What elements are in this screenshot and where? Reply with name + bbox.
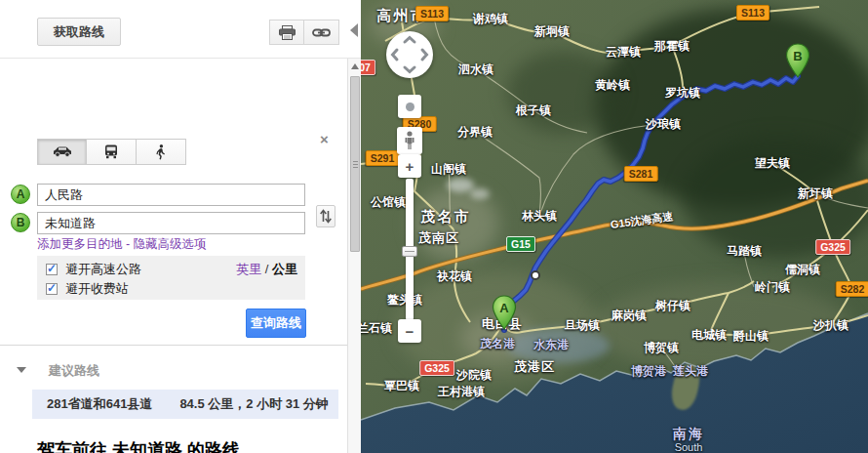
road-badge: G325: [419, 360, 454, 376]
origin-marker-a: A: [11, 185, 30, 204]
search-routes-button[interactable]: 查询路线: [246, 309, 306, 338]
recenter-dot-icon: [406, 103, 414, 111]
route-option-detail: 84.5 公里，2 小时 31 分钟: [179, 395, 328, 413]
g15-expressway: [361, 181, 868, 289]
tab-walking[interactable]: [137, 139, 186, 165]
avoid-tolls-checkbox[interactable]: [46, 283, 58, 295]
route-option-row[interactable]: 281省道和641县道 84.5 公里，2 小时 31 分钟: [32, 390, 338, 419]
road-badge: S113: [736, 5, 769, 21]
units-miles-link[interactable]: 英里: [236, 262, 261, 276]
route-options-box: 避开高速公路 避开收费站 英里 / 公里: [37, 256, 305, 300]
zoom-slider-handle[interactable]: [402, 246, 417, 257]
sidebar-scrollbar[interactable]: [347, 59, 361, 453]
zoom-in-button[interactable]: +: [398, 154, 421, 178]
road-badge: G15: [506, 236, 535, 252]
zoom-out-button[interactable]: −: [398, 319, 421, 343]
hide-advanced-link[interactable]: 隐藏高级选项: [134, 237, 207, 251]
units-toggle: 英里 / 公里: [236, 261, 297, 278]
get-directions-button[interactable]: 获取路线: [37, 18, 121, 46]
link-icon: [312, 27, 331, 38]
scrollbar-up-arrow[interactable]: [351, 63, 359, 69]
travel-mode-tabs: [37, 139, 186, 165]
print-button[interactable]: [269, 20, 304, 45]
directions-form-panel: ×: [0, 59, 347, 453]
pan-control[interactable]: [386, 31, 433, 78]
route-polyline[interactable]: [504, 76, 798, 330]
units-km-selected: 公里: [272, 262, 297, 276]
destination-input[interactable]: [37, 212, 305, 234]
map-pin-a[interactable]: A: [492, 295, 517, 330]
avoid-highways-row: 避开高速公路: [46, 261, 141, 278]
road-badge: S282: [836, 281, 868, 297]
walking-icon: [156, 144, 166, 160]
destination-marker-b: B: [11, 213, 30, 232]
map-canvas[interactable]: 高州市谢鸡镇新垌镇云潭镇那霍镇泗水镇黄岭镇罗坑镇根子镇沙琅镇分界镇望夫镇山阁镇新…: [361, 0, 868, 453]
tab-transit[interactable]: [87, 139, 137, 165]
avoid-tolls-row: 避开收费站: [46, 280, 129, 298]
directions-sidebar: 获取路线: [0, 0, 361, 453]
pan-down-arrow: [405, 67, 414, 72]
pan-up-arrow: [405, 38, 414, 43]
advanced-links-row: 添加更多目的地 - 隐藏高级选项: [37, 236, 207, 253]
zoom-in-label: +: [406, 159, 414, 174]
close-icon[interactable]: ×: [320, 131, 329, 147]
swap-endpoints-button[interactable]: [316, 205, 335, 227]
svg-text:B: B: [793, 49, 802, 63]
road-badge: S291: [366, 150, 400, 166]
add-destination-link[interactable]: 添加更多目的地: [37, 237, 123, 251]
road-badge: G325: [815, 239, 850, 255]
zoom-out-label: −: [406, 324, 414, 339]
avoid-highways-checkbox[interactable]: [46, 264, 58, 275]
route-waypoint-dot[interactable]: [531, 270, 540, 280]
tab-driving[interactable]: [37, 139, 87, 165]
sidebar-topbar: 获取路线: [0, 0, 361, 59]
print-icon: [279, 25, 296, 40]
car-icon: [52, 146, 73, 157]
suggested-routes-collapse-icon[interactable]: [17, 367, 26, 373]
recenter-button[interactable]: [398, 95, 421, 118]
pan-left-arrow: [393, 50, 398, 60]
swap-arrows-icon: [320, 209, 332, 224]
road-badge: 07: [361, 60, 375, 75]
google-maps-directions-app: 获取路线: [0, 0, 868, 453]
svg-text:A: A: [499, 301, 509, 315]
link-separator: -: [123, 237, 134, 251]
bus-icon: [104, 144, 118, 159]
route-option-name: 281省道和641县道: [47, 395, 152, 413]
g15-expressway-casing: [361, 181, 868, 289]
avoid-highways-label: 避开高速公路: [65, 261, 141, 278]
origin-input[interactable]: [37, 184, 305, 206]
pegman-button[interactable]: [397, 127, 422, 154]
topbar-icon-buttons: [269, 20, 339, 45]
pan-right-arrow: [422, 50, 427, 60]
collapse-panel-arrow[interactable]: [350, 23, 358, 37]
units-separator: /: [261, 262, 272, 276]
directions-heading: 驾车前往 未知道路 的路线: [37, 438, 240, 453]
map-pin-b[interactable]: B: [785, 43, 810, 78]
suggested-routes-header: 建议路线: [49, 362, 99, 380]
pegman-icon: [404, 131, 415, 150]
panel-divider: [0, 345, 361, 346]
road-badge: S113: [415, 6, 449, 21]
scrollbar-thumb[interactable]: [350, 76, 360, 252]
avoid-tolls-label: 避开收费站: [65, 280, 129, 298]
pan-arrows-icon: [386, 31, 433, 78]
road-badge: S281: [624, 166, 658, 182]
share-link-button[interactable]: [304, 20, 339, 45]
